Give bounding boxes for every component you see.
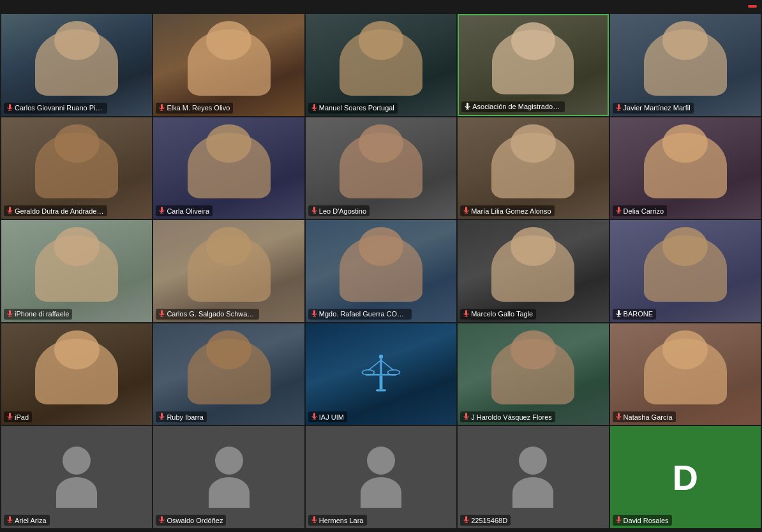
participant-name: Carla Oliveira (167, 207, 209, 215)
participant-cell-13[interactable]: Mgdo. Rafael Guerra CONATRIB (306, 220, 456, 322)
svg-line-54 (368, 360, 381, 370)
mic-muted-icon (159, 310, 165, 318)
participant-cell-7[interactable]: Carla Oliveira (153, 117, 304, 219)
video-content (458, 117, 608, 219)
participant-cell-9[interactable]: María Lilia Gomez Alonso (458, 117, 608, 219)
video-content (458, 323, 608, 425)
participant-label: IAJ UIM (308, 411, 347, 422)
participant-cell-17[interactable]: Ruby Ibarra (153, 323, 304, 425)
participant-label: Mgdo. Rafael Guerra CONATRIB (308, 309, 412, 320)
mic-muted-icon (7, 104, 13, 112)
mic-muted-icon (463, 516, 469, 524)
mic-muted-icon (616, 516, 622, 524)
video-content (1, 117, 152, 219)
svg-rect-0 (9, 104, 11, 108)
participant-label: Ruby Ibarra (156, 411, 206, 422)
participant-cell-5[interactable]: Javier Martínez Marfil (610, 14, 761, 116)
svg-line-56 (381, 360, 394, 370)
video-content (610, 117, 761, 219)
participant-name: Delia Carrizo (624, 207, 664, 215)
participant-name: Oswaldo Ordóñez (167, 517, 223, 524)
mic-muted-icon (159, 104, 165, 112)
participant-label: 22515468D (460, 515, 511, 526)
video-content (306, 220, 456, 322)
participant-label: Carlos Giovanni Ruano Pineda (4, 103, 107, 114)
participant-label: Elka M. Reyes Olivo (156, 103, 233, 114)
participant-cell-25[interactable]: DDavid Rosales (610, 426, 761, 528)
mic-muted-icon (7, 413, 13, 421)
participant-label: J Haroldo Vásquez Flores (460, 411, 555, 422)
svg-rect-48 (161, 413, 163, 417)
svg-rect-18 (161, 207, 163, 211)
svg-rect-9 (467, 103, 468, 107)
participant-label: iPad (4, 411, 32, 422)
participant-cell-1[interactable]: Carlos Giovanni Ruano Pineda (1, 14, 152, 116)
scrollbar-area[interactable] (0, 529, 762, 532)
participant-label: Oswaldo Ordóñez (156, 515, 226, 526)
mic-muted-icon (616, 413, 622, 421)
participant-cell-16[interactable]: iPad (1, 323, 152, 425)
mic-muted-icon (463, 413, 469, 421)
iaj-logo (355, 349, 407, 400)
participant-cell-21[interactable]: Ariel Ariza (1, 426, 152, 528)
participant-name: David Rosales (624, 517, 669, 524)
participant-cell-20[interactable]: Natasha García (610, 323, 761, 425)
participant-name: J Haroldo Vásquez Flores (471, 413, 552, 421)
mic-muted-icon (311, 104, 317, 112)
participant-cell-3[interactable]: Manuel Soares Portugal (306, 14, 456, 116)
participant-cell-15[interactable]: BARONE (610, 220, 761, 322)
participant-cell-23[interactable]: Hermens Lara (306, 426, 456, 528)
participant-cell-14[interactable]: Marcelo Gallo Tagle (458, 220, 608, 322)
participant-cell-11[interactable]: iPhone di raffaele (1, 220, 152, 322)
participant-cell-24[interactable]: 22515468D (458, 426, 608, 528)
mic-muted-icon (616, 104, 622, 112)
mic-muted-icon (616, 207, 622, 215)
participant-name: Javier Martínez Marfil (624, 104, 691, 112)
svg-rect-12 (618, 104, 620, 108)
participant-cell-18[interactable]: IAJ UIM (306, 323, 456, 425)
participant-name: Ariel Ariza (15, 517, 47, 524)
svg-rect-39 (465, 310, 467, 314)
svg-rect-75 (313, 516, 315, 521)
video-content (306, 14, 456, 116)
participant-label: Manuel Soares Portugal (308, 103, 398, 114)
svg-rect-69 (9, 516, 11, 521)
participant-name: Mgdo. Rafael Guerra CONATRIB (319, 310, 408, 318)
participant-label: María Lilia Gomez Alonso (460, 205, 554, 216)
video-content (1, 14, 152, 116)
participant-label: Hermens Lara (308, 515, 367, 526)
svg-rect-3 (161, 104, 163, 108)
participant-cell-8[interactable]: Leo D'Agostino (306, 117, 456, 219)
mic-muted-icon (311, 310, 317, 318)
participant-label: Carlos G. Salgado Schwarz - Puerto... (156, 309, 259, 320)
mic-muted-icon (159, 516, 165, 524)
participant-cell-6[interactable]: Geraldo Dutra de Andrade Neto (1, 117, 152, 219)
video-content (610, 14, 761, 116)
participant-label: Javier Martínez Marfil (613, 103, 694, 114)
participant-label: Asociación de Magistrados del Uruguay (461, 101, 565, 112)
participant-name: Hermens Lara (319, 517, 364, 524)
svg-rect-24 (465, 207, 467, 211)
video-content (1, 220, 152, 322)
participant-cell-12[interactable]: Carlos G. Salgado Schwarz - Puerto... (153, 220, 304, 322)
mic-muted-icon (159, 207, 165, 215)
participant-cell-2[interactable]: Elka M. Reyes Olivo (153, 14, 304, 116)
svg-rect-78 (465, 516, 467, 521)
video-content (458, 220, 608, 322)
video-content (459, 15, 607, 115)
mic-muted-icon (7, 207, 13, 215)
participant-cell-22[interactable]: Oswaldo Ordóñez (153, 426, 304, 528)
video-content (153, 220, 304, 322)
participant-name: Elka M. Reyes Olivo (167, 104, 230, 112)
svg-rect-63 (465, 413, 467, 417)
participant-name: BARONE (624, 310, 653, 318)
participant-label: BARONE (613, 309, 656, 320)
participant-label: Leo D'Agostino (308, 205, 370, 216)
video-content (153, 323, 304, 425)
mic-muted-icon (311, 516, 317, 524)
participant-cell-19[interactable]: J Haroldo Vásquez Flores (458, 323, 608, 425)
participant-cell-10[interactable]: Delia Carrizo (610, 117, 761, 219)
participant-name: Ruby Ibarra (167, 413, 203, 421)
participant-cell-4[interactable]: Asociación de Magistrados del Uruguay (458, 14, 608, 116)
svg-rect-27 (618, 207, 620, 211)
